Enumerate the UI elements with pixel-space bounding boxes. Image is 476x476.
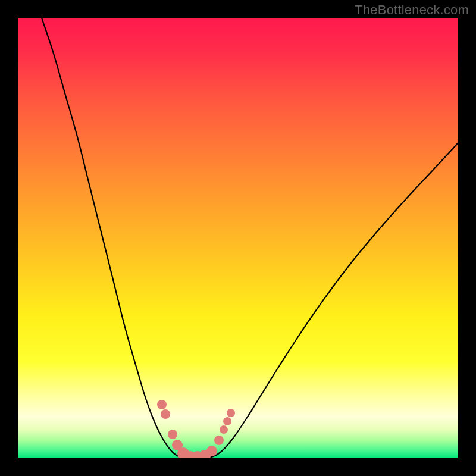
marker-dot: [157, 400, 167, 409]
marker-dot: [220, 425, 228, 434]
marker-dot: [227, 409, 235, 417]
marker-dot: [168, 430, 177, 439]
chart-frame: TheBottleneck.com: [0, 0, 476, 476]
watermark-text: TheBottleneck.com: [355, 2, 469, 18]
marker-dot: [206, 446, 217, 456]
marker-dot: [223, 417, 231, 425]
plot-area: [18, 18, 458, 458]
marker-dot: [214, 436, 224, 445]
marker-dot: [161, 409, 170, 419]
chart-svg: [18, 18, 458, 458]
chart-background: [18, 18, 458, 458]
